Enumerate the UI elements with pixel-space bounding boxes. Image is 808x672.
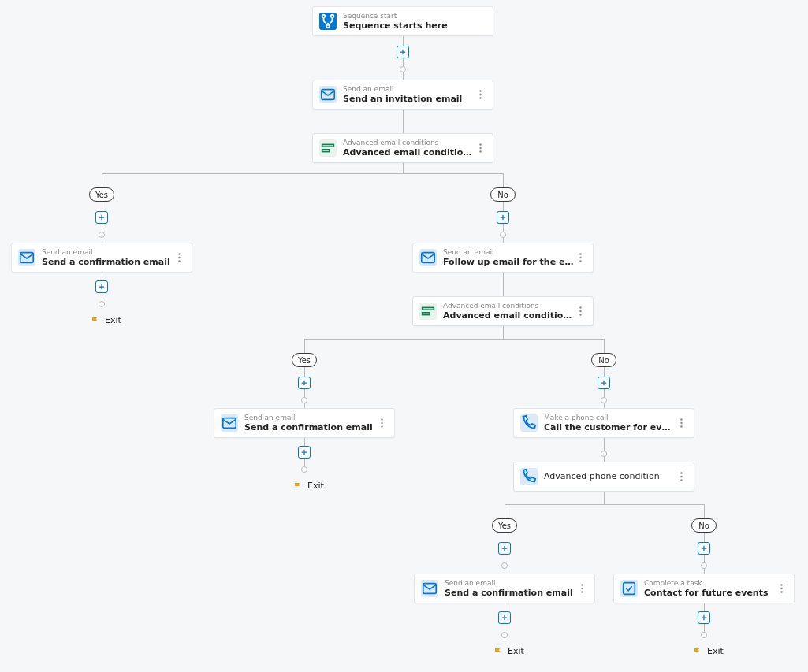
add-step-button[interactable] — [95, 280, 108, 293]
node-send-invitation-email[interactable]: Send an email Send an invitation email — [312, 80, 493, 110]
connector-dot — [501, 562, 508, 569]
add-step-button[interactable] — [397, 46, 409, 58]
node-texts: Send an email Send a confirmation email — [445, 579, 575, 598]
svg-point-40 — [780, 584, 782, 585]
connector-dot — [99, 301, 105, 307]
phone-condition-icon — [520, 468, 538, 485]
branch-badge-yes: Yes — [292, 353, 317, 367]
svg-point-26 — [381, 418, 382, 420]
node-send-confirmation-email-3[interactable]: Send an email Send a confirmation email — [414, 574, 595, 603]
mail-icon — [221, 414, 238, 432]
svg-point-27 — [381, 422, 382, 424]
node-sequence-start[interactable]: Sequence start Sequence starts here — [312, 6, 493, 36]
task-icon — [620, 580, 638, 597]
svg-point-38 — [581, 591, 583, 592]
connector-dot — [601, 451, 607, 457]
node-follow-up-email[interactable]: Send an email Follow up email for the ev… — [412, 243, 594, 273]
node-texts: Complete a task Contact for future event… — [644, 579, 775, 598]
node-texts: Sequence start Sequence starts here — [343, 12, 486, 31]
exit-marker: Exit — [293, 481, 324, 491]
svg-point-19 — [579, 260, 581, 262]
add-step-button[interactable] — [698, 611, 710, 624]
svg-point-9 — [479, 143, 481, 145]
connector-dot — [500, 232, 506, 238]
exit-marker: Exit — [693, 646, 724, 656]
exit-marker: Exit — [91, 315, 121, 325]
node-advanced-email-conditions-1[interactable]: Advanced email conditions Advanced email… — [312, 133, 493, 163]
node-menu[interactable] — [574, 303, 586, 320]
svg-point-36 — [581, 584, 583, 585]
svg-point-1 — [331, 15, 334, 18]
connector-dot — [501, 632, 508, 638]
phone-icon — [520, 414, 538, 432]
node-menu[interactable] — [574, 249, 586, 266]
add-step-button[interactable] — [698, 542, 710, 555]
svg-point-34 — [680, 479, 682, 481]
node-menu[interactable] — [474, 86, 486, 103]
node-menu[interactable] — [375, 414, 388, 432]
node-texts: Send an email Send an invitation email — [343, 85, 474, 104]
flag-icon — [693, 647, 702, 656]
add-step-button[interactable] — [498, 611, 511, 624]
svg-point-33 — [680, 476, 682, 477]
node-contact-future-events[interactable]: Complete a task Contact for future event… — [613, 574, 795, 603]
node-texts: Send an email Send a confirmation email — [244, 414, 375, 433]
node-send-confirmation-email-2[interactable]: Send an email Send a confirmation email — [214, 408, 395, 438]
svg-point-11 — [479, 150, 481, 152]
svg-point-5 — [479, 94, 481, 95]
node-menu[interactable] — [575, 580, 588, 597]
add-step-button[interactable] — [497, 211, 509, 224]
flag-icon — [293, 481, 303, 491]
node-texts: Send an email Send a confirmation email — [42, 248, 173, 267]
add-step-button[interactable] — [95, 211, 108, 224]
node-menu[interactable] — [675, 468, 687, 485]
branch-badge-yes: Yes — [89, 187, 114, 202]
add-step-button[interactable] — [298, 446, 311, 459]
svg-point-23 — [579, 310, 581, 312]
svg-point-2 — [326, 25, 330, 28]
flag-icon — [91, 316, 100, 325]
add-step-button[interactable] — [498, 542, 511, 555]
svg-rect-7 — [322, 144, 334, 147]
node-texts: Make a phone call Call the customer for … — [544, 414, 675, 433]
mail-icon — [419, 249, 437, 266]
svg-point-28 — [381, 425, 382, 427]
add-step-button[interactable] — [598, 377, 610, 389]
svg-point-24 — [579, 314, 581, 315]
svg-point-22 — [579, 306, 581, 308]
branch-badge-yes: Yes — [492, 518, 517, 533]
svg-point-31 — [680, 425, 682, 427]
connector-dot — [301, 397, 307, 403]
svg-point-32 — [680, 472, 682, 473]
mail-icon — [319, 86, 337, 103]
svg-point-41 — [780, 588, 782, 589]
branch-badge-no: No — [691, 518, 717, 533]
node-menu[interactable] — [675, 414, 687, 432]
node-texts: Advanced email conditions Advanced email… — [443, 302, 574, 321]
svg-point-0 — [322, 15, 326, 18]
node-advanced-email-conditions-2[interactable]: Advanced email conditions Advanced email… — [412, 296, 594, 326]
svg-point-29 — [680, 418, 682, 420]
svg-point-14 — [178, 257, 180, 258]
svg-point-15 — [178, 260, 180, 262]
svg-rect-8 — [322, 150, 330, 152]
node-send-confirmation-email-1[interactable]: Send an email Send a confirmation email — [11, 243, 192, 273]
exit-marker: Exit — [493, 646, 524, 656]
node-call-customer[interactable]: Make a phone call Call the customer for … — [513, 408, 694, 438]
branch-icon — [319, 13, 337, 30]
condition-icon — [419, 303, 437, 320]
svg-point-17 — [579, 253, 581, 254]
add-step-button[interactable] — [298, 377, 311, 389]
node-advanced-phone-condition[interactable]: Advanced phone condition — [513, 462, 694, 492]
connector-dot — [701, 562, 707, 569]
node-menu[interactable] — [775, 580, 788, 597]
connector-dot — [99, 232, 105, 238]
node-menu[interactable] — [173, 249, 185, 266]
connector-dot — [400, 66, 406, 72]
mail-icon — [18, 249, 35, 266]
svg-point-30 — [680, 422, 682, 424]
node-texts: Advanced phone condition — [544, 471, 675, 481]
node-menu[interactable] — [474, 139, 486, 157]
flag-icon — [493, 647, 503, 656]
condition-icon — [319, 139, 337, 157]
